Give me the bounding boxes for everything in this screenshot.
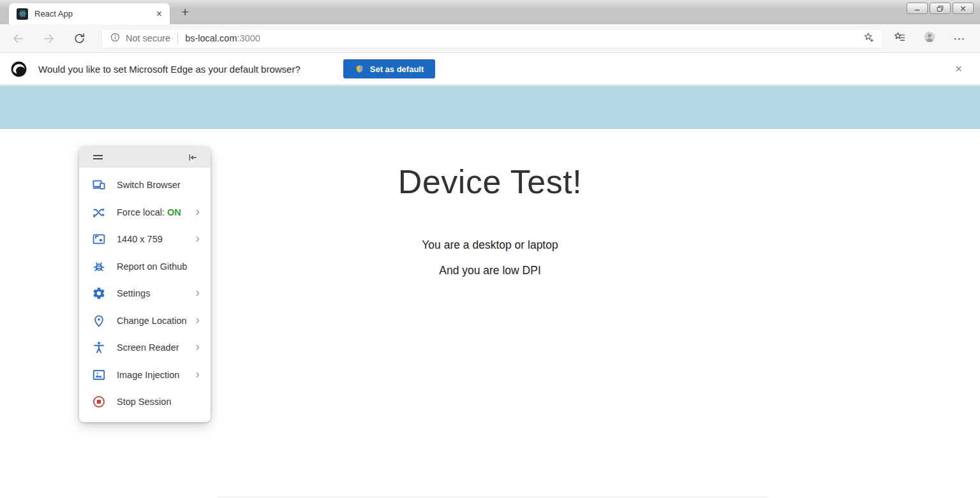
menu-item-label: 1440 x 759 bbox=[117, 234, 163, 244]
forward-button[interactable] bbox=[42, 32, 56, 45]
tab-title: React App bbox=[34, 9, 155, 18]
react-favicon-icon bbox=[17, 8, 28, 20]
panel-item-force-local[interactable]: Force local: ON bbox=[79, 199, 211, 226]
info-icon[interactable] bbox=[110, 32, 121, 45]
page-content: Device Test! You are a desktop or laptop… bbox=[0, 85, 980, 498]
menu-item-label: Switch Browser bbox=[117, 180, 181, 190]
edge-logo-icon bbox=[10, 61, 27, 78]
minimize-button[interactable] bbox=[907, 3, 928, 14]
toolbar-right-icons: ⋯ bbox=[893, 31, 966, 46]
panel-item-settings[interactable]: Settings bbox=[79, 280, 211, 307]
browser-toolbar: Not secure bs-local.com :3000 ⋯ bbox=[0, 24, 980, 53]
url-host[interactable]: bs-local.com bbox=[185, 33, 237, 43]
switch-browser-icon bbox=[92, 178, 106, 192]
panel-item-switch-browser[interactable]: Switch Browser bbox=[79, 172, 211, 199]
drag-handle-icon[interactable] bbox=[93, 155, 103, 159]
debug-panel-header[interactable] bbox=[79, 147, 211, 168]
window-controls bbox=[907, 3, 974, 14]
chevron-right-icon bbox=[194, 317, 202, 325]
menu-item-label: Image Injection bbox=[117, 370, 179, 380]
default-browser-banner: Would you like to set Microsoft Edge as … bbox=[0, 54, 980, 85]
chevron-right-icon bbox=[194, 371, 202, 379]
address-divider bbox=[177, 33, 178, 44]
github-bug-icon bbox=[92, 260, 106, 274]
panel-item-1440-x-759[interactable]: 1440 x 759 bbox=[79, 226, 211, 253]
menu-item-label: Settings bbox=[117, 288, 150, 298]
favorites-hub-icon[interactable] bbox=[893, 31, 906, 46]
new-tab-button[interactable]: + bbox=[181, 4, 189, 20]
shield-icon bbox=[355, 64, 364, 74]
site-nav bbox=[0, 85, 980, 129]
screen-reader-icon bbox=[92, 341, 106, 355]
tab-react-app[interactable]: React App × bbox=[9, 3, 170, 24]
panel-item-screen-reader[interactable]: Screen Reader bbox=[79, 334, 211, 362]
menu-item-label: Report on Github bbox=[117, 261, 187, 272]
resolution-icon bbox=[92, 232, 106, 246]
banner-message: Would you like to set Microsoft Edge as … bbox=[38, 64, 301, 75]
debug-panel: Switch Browser Force local: ON 1440 x 75… bbox=[79, 147, 211, 422]
menu-item-label: Screen Reader bbox=[117, 342, 179, 353]
browser-window: React App × + bbox=[0, 0, 980, 498]
force-local-icon bbox=[92, 205, 106, 219]
menu-item-value: ON bbox=[167, 207, 181, 217]
profile-avatar[interactable] bbox=[923, 31, 936, 46]
bottom-divider bbox=[217, 496, 768, 497]
image-injection-icon bbox=[92, 368, 106, 382]
refresh-button[interactable] bbox=[73, 32, 86, 45]
add-favorite-icon[interactable] bbox=[863, 31, 875, 46]
close-button[interactable] bbox=[953, 3, 974, 14]
menu-item-label: Change Location bbox=[117, 316, 187, 326]
chevron-right-icon bbox=[194, 344, 202, 351]
set-as-default-label: Set as default bbox=[370, 64, 424, 74]
address-bar[interactable]: Not secure bs-local.com :3000 bbox=[101, 29, 883, 48]
banner-close-icon[interactable]: × bbox=[955, 62, 962, 76]
stop-session-icon bbox=[92, 395, 106, 409]
security-label[interactable]: Not secure bbox=[126, 33, 170, 43]
back-button[interactable] bbox=[11, 32, 25, 45]
tab-close-icon[interactable]: × bbox=[155, 8, 163, 20]
panel-item-image-injection[interactable]: Image Injection bbox=[79, 362, 211, 389]
chevron-right-icon bbox=[194, 289, 202, 297]
menu-item-label: Stop Session bbox=[117, 397, 171, 407]
menu-item-label: Force local: bbox=[117, 207, 167, 217]
panel-item-stop-session[interactable]: Stop Session bbox=[79, 388, 211, 416]
settings-gear-icon bbox=[92, 286, 106, 300]
set-as-default-button[interactable]: Set as default bbox=[343, 59, 436, 78]
chevron-right-icon bbox=[194, 235, 202, 243]
collapse-panel-icon[interactable] bbox=[188, 152, 198, 163]
tab-strip: React App × + bbox=[0, 0, 980, 24]
restore-button[interactable] bbox=[930, 3, 951, 14]
panel-item-change-location[interactable]: Change Location bbox=[79, 307, 211, 335]
url-port[interactable]: :3000 bbox=[237, 33, 260, 43]
debug-panel-menu: Switch Browser Force local: ON 1440 x 75… bbox=[79, 168, 211, 422]
more-menu-icon[interactable]: ⋯ bbox=[953, 31, 966, 46]
panel-item-report-on-github[interactable]: Report on Github bbox=[79, 253, 211, 281]
location-pin-icon bbox=[92, 314, 106, 328]
chevron-right-icon bbox=[194, 209, 202, 216]
